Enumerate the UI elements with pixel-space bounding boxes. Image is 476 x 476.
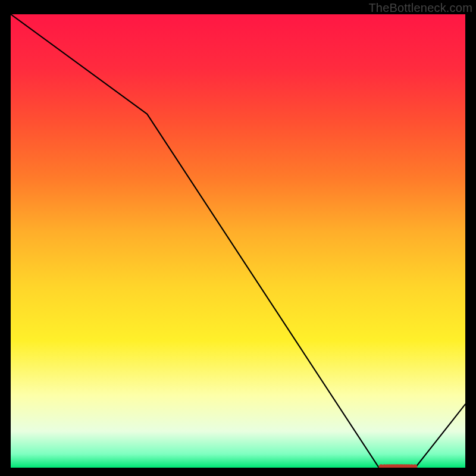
chart-plot-area	[11, 14, 465, 468]
chart-svg	[11, 14, 465, 468]
valley-markers	[378, 464, 417, 468]
watermark-text: TheBottleneck.com	[368, 1, 472, 15]
chart-frame: TheBottleneck.com	[0, 0, 476, 476]
gradient-background	[11, 14, 465, 468]
